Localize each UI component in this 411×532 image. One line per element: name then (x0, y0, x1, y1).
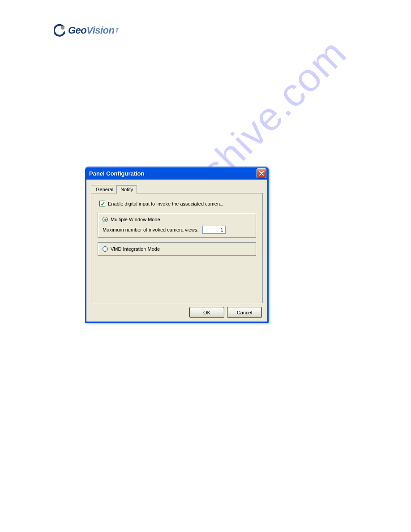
close-icon (259, 171, 264, 176)
brand-logo: GeoVision Inc. (54, 24, 120, 37)
multiple-window-mode-row: Multiple Window Mode (103, 217, 251, 222)
vmd-integration-mode-group: VMD Integration Mode (98, 242, 256, 256)
close-button[interactable] (257, 168, 266, 178)
check-icon (100, 202, 105, 206)
max-views-input[interactable]: 1 (202, 226, 226, 234)
multiple-window-mode-label: Multiple Window Mode (111, 217, 160, 222)
logo-icon (54, 24, 66, 37)
vmd-integration-mode-row: VMD Integration Mode (103, 246, 251, 252)
enable-digital-input-checkbox[interactable] (99, 201, 105, 206)
vmd-integration-mode-radio[interactable] (103, 246, 108, 252)
enable-digital-input-label: Enable digital input to invoke the assoc… (108, 201, 223, 206)
panel-configuration-dialog: Panel Configuration General Notify Enabl… (85, 167, 269, 323)
titlebar[interactable]: Panel Configuration (86, 167, 268, 180)
multiple-window-mode-radio[interactable] (103, 217, 108, 222)
radio-dot-icon (104, 219, 107, 221)
logo-text: GeoVision (68, 25, 115, 36)
dialog-body: General Notify Enable digital input to i… (86, 180, 268, 322)
tab-panel-notify: Enable digital input to invoke the assoc… (91, 193, 263, 303)
dialog-title: Panel Configuration (89, 170, 145, 177)
svg-point-0 (61, 26, 64, 30)
ok-button[interactable]: OK (189, 307, 224, 318)
max-views-row: Maximum number of invoked camera views: … (103, 226, 251, 234)
enable-digital-input-row: Enable digital input to invoke the assoc… (99, 201, 256, 206)
max-views-label: Maximum number of invoked camera views: (103, 227, 199, 232)
vmd-integration-mode-label: VMD Integration Mode (111, 246, 160, 252)
multiple-window-mode-group: Multiple Window Mode Maximum number of i… (98, 213, 256, 238)
tab-notify[interactable]: Notify (116, 185, 137, 194)
dialog-buttons: OK Cancel (91, 307, 263, 318)
tabs: General Notify (91, 184, 263, 193)
cancel-button[interactable]: Cancel (227, 307, 262, 318)
logo-sub: Inc. (116, 28, 120, 34)
